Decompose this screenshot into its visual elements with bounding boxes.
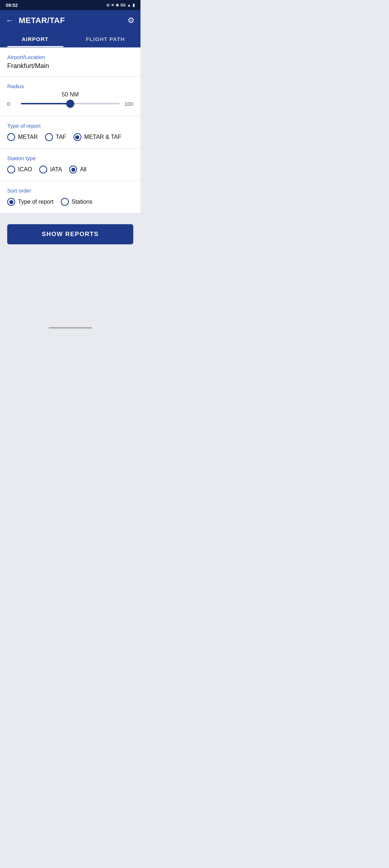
type-of-report-group: METAR TAF METAR & TAF [7,133,133,141]
app-bar-left: ← METAR/TAF [6,16,65,25]
radio-circle-metar-taf [73,133,81,141]
radio-label-icao: ICAO [18,166,32,173]
status-time: 09:52 [6,3,18,8]
radio-circle-icao [7,166,15,173]
location-icon: ⊕ [116,3,119,8]
radio-label-type-of-report: Type of report [18,199,54,205]
radio-taf[interactable]: TAF [45,133,66,141]
slider-fill [21,103,70,104]
radius-section: Radius 50 NM 0 100 [0,77,140,116]
status-bar: 09:52 ⊙ ✕ ⊕ 5G ▲ ▮ [0,0,140,10]
airport-location-label: Airport/Location [7,54,133,60]
station-type-label: Station type [7,155,133,161]
content-area: Airport/Location Frankfurt/Main Radius 5… [0,48,140,213]
slider-track [21,103,120,104]
radio-label-all: All [80,166,86,173]
radio-circle-iata [39,166,47,173]
radio-label-stations: Stations [72,199,93,205]
radio-metar-taf[interactable]: METAR & TAF [73,133,121,141]
app-bar-title: METAR/TAF [19,16,65,25]
network-icon: 5G [120,3,126,7]
type-of-report-section: Type of report METAR TAF METAR & TAF [0,116,140,149]
radio-icao[interactable]: ICAO [7,166,32,173]
slider-wrapper [21,99,120,108]
battery-icon: ▮ [133,3,135,8]
sort-order-section: Sort order Type of report Stations [0,181,140,213]
radio-metar[interactable]: METAR [7,133,38,141]
app-bar: ← METAR/TAF ⚙ [0,10,140,31]
radius-slider-row: 0 100 [7,99,133,108]
radius-value: 50 NM [62,91,79,98]
radio-label-metar: METAR [18,134,38,140]
home-bar [49,327,92,329]
radio-circle-all [69,166,77,173]
home-indicator [0,324,140,334]
radio-type-of-report[interactable]: Type of report [7,198,54,206]
wifi-icon: ⊙ [106,3,109,8]
status-icons: ⊙ ✕ ⊕ 5G ▲ ▮ [106,3,135,8]
radio-label-iata: IATA [50,166,62,173]
radius-label: Radius [7,83,133,89]
slider-max-label: 100 [123,101,133,107]
back-button[interactable]: ← [6,16,14,25]
radio-label-metar-taf: METAR & TAF [84,134,121,140]
radio-circle-type-of-report [7,198,15,206]
radio-iata[interactable]: IATA [39,166,62,173]
show-reports-button[interactable]: SHOW REPORTS [7,224,133,244]
footer: SHOW REPORTS [0,213,140,252]
station-type-section: Station type ICAO IATA All [0,149,140,181]
type-of-report-label: Type of report [7,123,133,129]
tab-flight-path[interactable]: FLIGHT PATH [70,31,140,47]
radio-circle-stations [61,198,69,206]
signal-icon: ▲ [127,3,131,7]
sort-order-group: Type of report Stations [7,198,133,206]
tab-airport[interactable]: AIRPORT [0,31,70,47]
slider-thumb[interactable] [66,100,74,108]
airport-location-section: Airport/Location Frankfurt/Main [0,48,140,77]
settings-button[interactable]: ⚙ [128,16,135,25]
radio-circle-metar [7,133,15,141]
sort-order-label: Sort order [7,187,133,194]
radio-circle-taf [45,133,53,141]
radio-stations[interactable]: Stations [61,198,93,206]
bluetooth-icon: ✕ [111,3,114,8]
station-type-group: ICAO IATA All [7,166,133,173]
bottom-fill [0,252,140,324]
airport-location-value[interactable]: Frankfurt/Main [7,62,133,70]
radio-label-taf: TAF [56,134,66,140]
radio-all[interactable]: All [69,166,86,173]
slider-min-label: 0 [7,101,17,107]
tabs: AIRPORT FLIGHT PATH [0,31,140,48]
